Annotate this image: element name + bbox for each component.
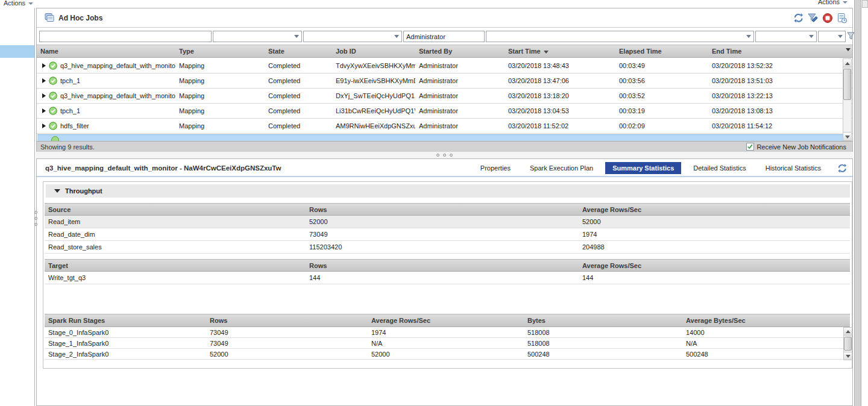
column-header-elapsed-time[interactable]: Elapsed Time	[615, 45, 708, 57]
navigator-actions-menu[interactable]: Actions	[4, 0, 33, 7]
filter-edit-icon[interactable]	[808, 13, 819, 23]
table-row[interactable]: Stage_0_InfaSpark0 73049 1974 518008 140…	[45, 327, 843, 338]
expand-row-icon[interactable]	[42, 78, 46, 83]
table-row[interactable]: tpch_1 Mapping Completed E91y-iwXEeivSBH…	[37, 73, 852, 89]
expand-row-icon[interactable]	[42, 93, 46, 98]
filter-icon[interactable]	[847, 31, 857, 41]
stage-avg-bytes: N/A	[682, 340, 843, 347]
navigator-actions-label: Actions	[4, 0, 25, 7]
scrollbar-thumb[interactable]	[843, 69, 851, 100]
type-filter-dropdown[interactable]	[213, 31, 302, 42]
scrollbar-thumb[interactable]	[844, 337, 852, 351]
notifications-checkbox[interactable]	[746, 143, 754, 151]
notifications-label: Receive New Job Notifications	[756, 143, 846, 151]
column-header-state[interactable]: State	[265, 45, 332, 57]
job-type: Mapping	[175, 62, 265, 69]
table-row[interactable]: Stage_2_InfaSpark0 52000 52000 500248 50…	[45, 349, 843, 360]
job-state: Completed	[265, 77, 332, 84]
stage-name: Stage_0_InfaSpark0	[45, 329, 206, 336]
column-header-type[interactable]: Type	[175, 45, 265, 57]
horizontal-splitter[interactable]	[36, 152, 853, 158]
expand-row-icon[interactable]	[42, 108, 46, 113]
vertical-splitter-handle[interactable]	[34, 211, 37, 226]
scroll-down-button[interactable]	[843, 132, 851, 140]
column-header-name[interactable]: Name	[37, 45, 175, 57]
scroll-up-button[interactable]	[843, 59, 851, 67]
elapsed-time-filter-dropdown[interactable]	[755, 31, 817, 42]
table-row[interactable]: Read_date_dim 73049 1974	[45, 228, 850, 241]
name-filter-field[interactable]	[40, 31, 211, 42]
completed-status-icon	[49, 122, 57, 130]
state-filter-dropdown[interactable]	[303, 31, 402, 42]
job-elapsed-time: 00:03:56	[615, 77, 708, 84]
avg-rows-col-header: Average Rows/Sec	[368, 314, 524, 326]
column-header-end-time[interactable]: End Time	[708, 45, 852, 57]
column-menu-icon[interactable]	[846, 48, 851, 51]
right-collapsed-splitter[interactable]	[854, 0, 861, 406]
end-time-filter-dropdown[interactable]	[818, 31, 846, 42]
report-icon[interactable]	[837, 13, 848, 23]
job-state: Completed	[265, 92, 332, 99]
table-row[interactable]: Stage_1_InfaSpark0 73049 N/A 518008 N/A	[45, 338, 843, 349]
stage-rows: 73049	[206, 329, 368, 336]
throughput-section-header[interactable]: Throughput	[46, 184, 850, 198]
job-elapsed-time: 00:03:49	[615, 62, 708, 69]
column-header-started-by[interactable]: Started By	[415, 45, 505, 57]
table-row[interactable]: Read_item 52000 52000	[45, 216, 850, 228]
rows-col-header: Rows	[306, 204, 579, 215]
job-type: Mapping	[175, 92, 265, 99]
job-id: TdvyXywXEeivSBHKXyMm...	[332, 62, 415, 69]
panel-collapse-button[interactable]	[862, 0, 868, 8]
expand-row-icon[interactable]	[42, 63, 46, 68]
splitter-dot	[34, 217, 37, 220]
jobs-grid: q3_hive_mapping_default_with_monitor Map…	[37, 58, 852, 134]
arrow-up-icon	[845, 62, 850, 65]
table-row[interactable]: Read_store_sales 115203420 204988	[45, 241, 850, 254]
tab-historical-statistics[interactable]: Historical Statistics	[758, 162, 828, 174]
refresh-icon[interactable]	[837, 163, 848, 173]
scroll-down-button[interactable]	[844, 352, 852, 360]
column-header-job-id[interactable]: Job ID	[332, 45, 415, 57]
ad-hoc-jobs-panel: Ad Hoc Jobs	[36, 8, 853, 152]
scroll-up-button[interactable]	[844, 328, 852, 336]
refresh-icon[interactable]	[793, 13, 804, 23]
stage-name: Stage_1_InfaSpark0	[45, 340, 206, 347]
sidebar-selected-item[interactable]	[0, 45, 34, 58]
table-row[interactable]: hdfs_filter Mapping Completed AM9RNiwHEe…	[37, 119, 852, 134]
tab-detailed-statistics[interactable]: Detailed Statistics	[686, 162, 753, 174]
started-by-filter-field[interactable]	[404, 31, 484, 42]
column-header-start-time[interactable]: Start Time	[505, 45, 615, 57]
table-row[interactable]: q3_hive_mapping_default_with_monitor Map…	[37, 58, 852, 73]
tab-summary-statistics[interactable]: Summary Statistics	[605, 162, 681, 174]
stop-icon[interactable]	[822, 13, 833, 23]
name-filter-input[interactable]	[39, 31, 212, 42]
panel-actions-label: Actions	[818, 0, 840, 5]
job-elapsed-time: 00:03:52	[615, 92, 708, 99]
tab-spark-execution-plan[interactable]: Spark Execution Plan	[523, 162, 600, 174]
job-name: tpch_1	[60, 107, 80, 114]
expand-row-icon[interactable]	[42, 123, 46, 128]
panel-actions-menu[interactable]: Actions	[818, 0, 848, 5]
job-start-time: 03/20/2018 11:52:02	[505, 122, 615, 130]
table-row[interactable]: tpch_1 Mapping Completed Li31bCwREeiQcHy…	[37, 104, 852, 119]
notifications-toggle[interactable]: Receive New Job Notifications	[746, 143, 846, 151]
completed-status-icon	[49, 61, 57, 70]
job-type: Mapping	[175, 122, 265, 130]
job-name: q3_hive_mapping_default_with_monitor	[60, 92, 175, 99]
stage-bytes: 518008	[524, 340, 682, 347]
completed-status-icon	[49, 77, 57, 85]
source-table-header: Source Rows Average Rows/Sec	[45, 203, 850, 216]
source-name: Read_store_sales	[45, 243, 306, 251]
job-state: Completed	[265, 122, 332, 130]
check-icon	[747, 143, 753, 150]
start-time-filter-dropdown[interactable]	[486, 31, 754, 42]
table-row[interactable]: Write_tgt_q3 144 144	[45, 272, 850, 284]
stages-table-header: Spark Run Stages Rows Average Rows/Sec B…	[45, 314, 850, 327]
jobs-scrollbar[interactable]	[843, 58, 852, 141]
job-end-time: 03/20/2018 13:51:03	[708, 77, 852, 84]
tab-properties[interactable]: Properties	[473, 162, 518, 174]
started-by-filter-input[interactable]	[403, 31, 485, 42]
table-row[interactable]: q3_hive_mapping_default_with_monitor Map…	[37, 89, 852, 104]
table-row-selected-partial[interactable]	[37, 134, 843, 141]
stages-scrollbar[interactable]	[843, 327, 852, 360]
